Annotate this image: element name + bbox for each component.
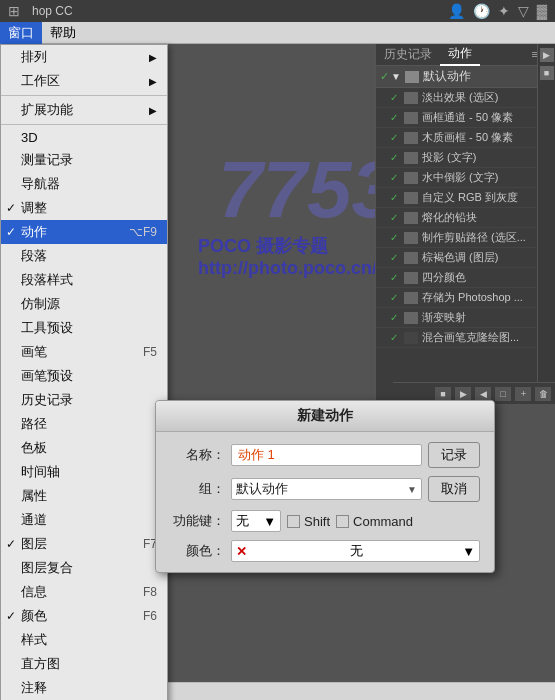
command-checkbox[interactable] bbox=[336, 515, 349, 528]
fkey-select[interactable]: 无 ▼ bbox=[231, 510, 281, 532]
name-input[interactable] bbox=[231, 444, 422, 466]
fkey-arrow: ▼ bbox=[263, 514, 276, 529]
dialog-name-row: 名称： 记录 bbox=[170, 442, 480, 468]
new-action-dialog: 新建动作 名称： 记录 组： 默认动作 ▼ 取消 功能键： 无 bbox=[155, 400, 495, 573]
dialog-fkey-row: 功能键： 无 ▼ Shift Command bbox=[170, 510, 480, 532]
command-checkbox-label[interactable]: Command bbox=[336, 514, 413, 529]
command-label: Command bbox=[353, 514, 413, 529]
cancel-button[interactable]: 取消 bbox=[428, 476, 480, 502]
group-label: 组： bbox=[170, 480, 225, 498]
group-select-arrow: ▼ bbox=[407, 484, 417, 495]
fkey-label: 功能键： bbox=[170, 512, 225, 530]
dialog-overlay: 新建动作 名称： 记录 组： 默认动作 ▼ 取消 功能键： 无 bbox=[0, 0, 555, 700]
group-select-value: 默认动作 bbox=[236, 480, 288, 498]
color-x-icon: ✕ bbox=[236, 544, 247, 559]
record-button[interactable]: 记录 bbox=[428, 442, 480, 468]
color-label: 颜色： bbox=[170, 542, 225, 560]
group-select[interactable]: 默认动作 ▼ bbox=[231, 478, 422, 500]
color-select-value: 无 bbox=[350, 542, 363, 560]
fkey-value: 无 bbox=[236, 512, 249, 530]
shift-checkbox[interactable] bbox=[287, 515, 300, 528]
shift-label: Shift bbox=[304, 514, 330, 529]
color-select[interactable]: ✕ 无 ▼ bbox=[231, 540, 480, 562]
shift-checkbox-label[interactable]: Shift bbox=[287, 514, 330, 529]
dialog-title: 新建动作 bbox=[156, 401, 494, 432]
dialog-body: 名称： 记录 组： 默认动作 ▼ 取消 功能键： 无 ▼ bbox=[156, 432, 494, 572]
name-label: 名称： bbox=[170, 446, 225, 464]
dialog-color-row: 颜色： ✕ 无 ▼ bbox=[170, 540, 480, 562]
dialog-group-row: 组： 默认动作 ▼ 取消 bbox=[170, 476, 480, 502]
color-select-arrow: ▼ bbox=[462, 544, 475, 559]
